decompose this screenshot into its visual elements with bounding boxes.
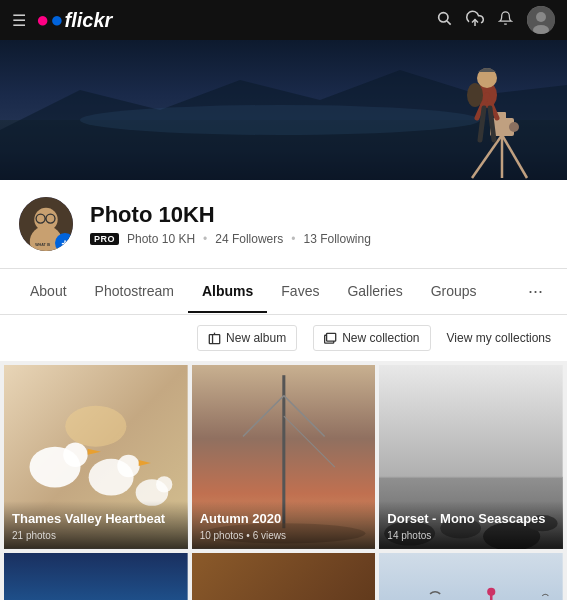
profile-avatar[interactable]: WHAT IS + [16,194,76,254]
new-album-icon [208,332,221,345]
top-navigation: ☰ ●● flickr [0,0,567,40]
svg-text:WHAT IS: WHAT IS [35,243,51,247]
hamburger-menu[interactable]: ☰ [12,11,26,30]
logo-dot-blue: ● [50,7,63,33]
album-card[interactable]: Autumn 2020 10 photos • 6 views [192,365,376,549]
tab-about[interactable]: About [16,271,81,313]
album-title: Dorset - Mono Seascapes [387,511,555,528]
svg-point-39 [117,455,139,477]
meta-separator-2: • [291,232,295,246]
profile-banner [0,40,567,180]
svg-line-11 [502,135,527,178]
album-overlay: Thames Valley Heartbeat 21 photos [4,501,188,549]
svg-point-8 [80,105,480,135]
svg-point-14 [509,122,519,132]
svg-point-0 [439,13,448,22]
album-title: Autumn 2020 [200,511,368,528]
bell-icon[interactable] [498,10,513,30]
user-avatar[interactable] [527,6,555,34]
tab-photostream[interactable]: Photostream [81,271,188,313]
tab-faves[interactable]: Faves [267,271,333,313]
new-album-button[interactable]: New album [197,325,297,351]
svg-line-1 [447,21,451,25]
svg-point-42 [156,476,172,492]
add-photo-icon[interactable]: + [55,233,75,253]
albums-toolbar: New album New collection View my collect… [0,315,567,361]
profile-tabs: About Photostream Albums Faves Galleries… [0,269,567,315]
svg-point-4 [536,12,546,22]
svg-rect-29 [209,334,219,343]
upload-icon[interactable] [466,10,484,30]
search-icon[interactable] [436,10,452,30]
album-card[interactable]: Thames Valley Heartbeat 21 photos [4,365,188,549]
following-count[interactable]: 13 Following [304,232,371,246]
album-card[interactable]: Dorset - Mono Seascapes 14 photos [379,365,563,549]
view-collections-link[interactable]: View my collections [447,331,551,345]
svg-point-36 [63,443,87,467]
new-album-label: New album [226,331,286,345]
flickr-logo[interactable]: ●● flickr [36,7,112,33]
profile-username: Photo 10 KH [127,232,195,246]
albums-grid: Thames Valley Heartbeat 21 photos [0,361,567,600]
svg-rect-63 [192,553,376,600]
album-overlay: Autumn 2020 10 photos • 6 views [192,501,376,549]
logo-text: flickr [65,9,113,32]
photographer-silhouette [452,50,552,180]
nav-right [436,6,555,34]
tab-groups[interactable]: Groups [417,271,491,313]
album-meta: 14 photos [387,530,555,541]
album-title: Thames Valley Heartbeat [12,511,180,528]
profile-details: Photo 10KH PRO Photo 10 KH • 24 Follower… [90,202,551,246]
tab-galleries[interactable]: Galleries [333,271,416,313]
album-card[interactable]: LAB Coloured Seascapes 9 photos • 1 view [4,553,188,600]
album-meta: 21 photos [12,530,180,541]
svg-line-9 [472,135,502,178]
profile-meta: PRO Photo 10 KH • 24 Followers • 13 Foll… [90,232,551,246]
svg-rect-33 [327,333,336,341]
tab-more-icon[interactable]: ··· [520,269,551,314]
album-card[interactable]: Still Life 15 photos • 1 view [192,553,376,600]
followers-count[interactable]: 24 Followers [215,232,283,246]
nav-left: ☰ ●● flickr [12,7,112,33]
album-thumbnail [192,553,376,600]
album-thumbnail [379,553,563,600]
tab-albums[interactable]: Albums [188,271,267,313]
new-collection-icon [324,332,337,345]
album-card[interactable]: Dorney Lake 15 photos [379,553,563,600]
pro-badge: PRO [90,233,119,245]
svg-rect-72 [379,553,563,600]
album-thumbnail [4,553,188,600]
svg-point-43 [65,406,126,447]
svg-point-21 [467,83,483,107]
album-meta: 10 photos • 6 views [200,530,368,541]
meta-separator: • [203,232,207,246]
new-collection-label: New collection [342,331,419,345]
svg-point-75 [487,587,495,595]
new-collection-button[interactable]: New collection [313,325,430,351]
logo-dot-pink: ● [36,7,49,33]
profile-name: Photo 10KH [90,202,551,228]
profile-info-row: WHAT IS + Photo 10KH PRO Photo 10 KH • 2… [0,180,567,269]
album-overlay: Dorset - Mono Seascapes 14 photos [379,501,563,549]
svg-rect-58 [4,553,188,600]
